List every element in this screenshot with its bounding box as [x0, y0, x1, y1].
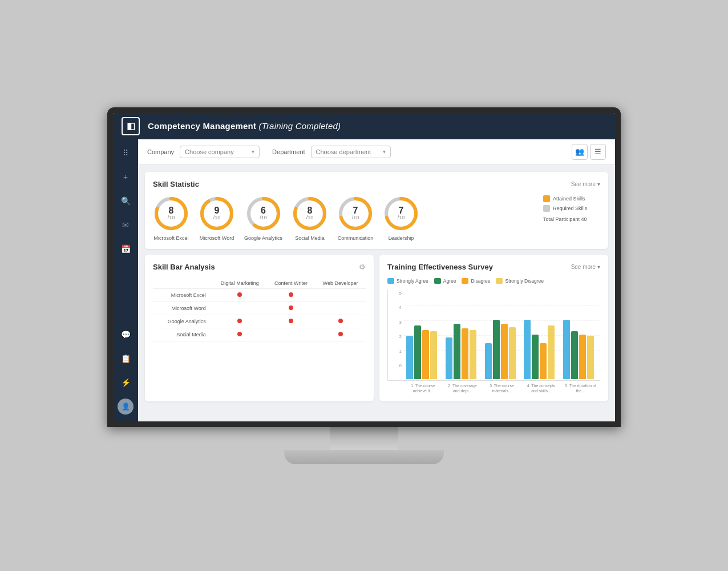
attained-legend-item: Attained Skills: [543, 195, 600, 202]
chart-legend-item: Disagree: [462, 278, 490, 284]
skill-item: 7 /10 Communication: [337, 195, 374, 241]
dashboard: Skill Statistic See more ▾: [138, 165, 615, 421]
skill-dot: [237, 319, 242, 323]
bar-group: [443, 324, 483, 379]
company-label: Company: [147, 148, 174, 155]
skill-item: 8 /10 Social Media: [292, 195, 328, 241]
skill-bar-title: Skill Bar Analysis: [153, 263, 215, 271]
content-area: Company Choose company ▾ Department Choo…: [138, 139, 615, 421]
bar: [571, 331, 578, 379]
bar: [587, 336, 594, 379]
skill-row-label: Microsoft Word: [153, 301, 213, 315]
skill-table: Digital MarketingContent WriterWeb Devel…: [153, 278, 366, 341]
donut-value: 7 /10: [352, 206, 359, 221]
total-participants: Total Participant 40: [543, 216, 600, 222]
skill-dot-cell: [315, 301, 366, 315]
chart-legend-item: Strongly Disagree: [496, 278, 544, 284]
y-axis: 543210: [388, 289, 404, 369]
legend-color-swatch: [387, 278, 394, 284]
bar: [563, 320, 570, 379]
skill-row-label: Google Analytics: [153, 315, 213, 328]
top-bar: ◧ Competency Management (Training Comple…: [113, 113, 615, 139]
y-tick: 1: [399, 349, 402, 354]
donut-chart: 8 /10: [153, 195, 189, 232]
bar-group: [404, 325, 443, 379]
monitor-screen: ◧ Competency Management (Training Comple…: [107, 107, 621, 427]
skill-dot-cell: [213, 301, 267, 315]
donut-value: 6 /10: [260, 206, 267, 221]
bar: [422, 330, 429, 379]
table-column-header: Content Writer: [267, 278, 315, 289]
bar: [430, 331, 437, 379]
skill-label: Communication: [338, 235, 374, 241]
donut-chart: 8 /10: [292, 195, 328, 232]
company-select[interactable]: Choose company ▾: [180, 146, 260, 158]
skill-dot: [289, 305, 293, 310]
legend-label: Agree: [443, 278, 456, 284]
chart-area: 543210 1. The course achieve it...2. The…: [387, 289, 600, 393]
bar: [462, 328, 468, 379]
gear-icon[interactable]: ⚙: [359, 263, 366, 271]
sidebar-bottom: 💬 📋 ⚡ 👤: [118, 327, 134, 421]
skill-item: 8 /10 Microsoft Excel: [153, 195, 189, 241]
icon-buttons: 👥 ☰: [572, 144, 606, 160]
department-arrow-icon: ▾: [383, 148, 386, 155]
chart-legend: Strongly Agree Agree Disagree Strongly D…: [387, 278, 600, 284]
survey-see-more-arrow-icon: ▾: [597, 264, 600, 270]
bar: [524, 320, 531, 379]
bar-group: [521, 320, 561, 379]
chart-legend-item: Agree: [434, 278, 456, 284]
app-title: Competency Management (Training Complete…: [148, 121, 341, 131]
skill-stats-row: 8 /10 Microsoft Excel 9 /10 Microsoft Wo…: [153, 195, 600, 241]
mail-icon[interactable]: ✉: [118, 217, 134, 233]
department-placeholder: Choose department: [316, 148, 371, 155]
bottom-row: Skill Bar Analysis ⚙ Digital MarketingCo…: [145, 255, 608, 401]
required-legend-label: Required Skills: [553, 206, 587, 211]
sidebar: ⠿ + 🔍 ✉ 📅 💬 📋 ⚡ 👤: [113, 139, 138, 421]
search-icon[interactable]: 🔍: [118, 193, 134, 209]
x-axis-label: 3. The course materials...: [482, 381, 521, 393]
bar-group: [561, 320, 600, 379]
legend-color-swatch: [496, 278, 503, 284]
calendar-icon[interactable]: 📅: [118, 241, 134, 257]
donut-chart: 9 /10: [199, 195, 235, 232]
department-label: Department: [272, 148, 305, 155]
bar: [406, 336, 413, 379]
table-row: Social Media: [153, 328, 366, 341]
skill-dot-cell: [267, 301, 315, 315]
monitor-stand-neck: [330, 427, 398, 450]
skill-dot-cell: [315, 328, 366, 341]
user-avatar[interactable]: 👤: [118, 399, 134, 415]
grid-view-button[interactable]: 👥: [572, 144, 588, 160]
attained-legend-dot: [543, 195, 550, 202]
training-survey-see-more[interactable]: See more ▾: [571, 264, 600, 270]
skill-statistic-header: Skill Statistic See more ▾: [153, 180, 600, 188]
required-legend-dot: [543, 205, 550, 212]
table-column-header: Web Developer: [315, 278, 366, 289]
grid-icon[interactable]: ⠿: [118, 145, 134, 161]
skill-dot-cell: [315, 288, 366, 301]
legend-label: Strongly Agree: [397, 278, 428, 284]
skill-dot-cell: [213, 288, 267, 301]
bar: [470, 330, 476, 379]
y-tick: 3: [399, 320, 402, 325]
bar: [454, 324, 460, 379]
donut-value: 8 /10: [168, 206, 175, 221]
legend-label: Strongly Disagree: [505, 278, 544, 284]
plus-icon[interactable]: +: [118, 169, 134, 185]
app-container: ◧ Competency Management (Training Comple…: [113, 113, 615, 421]
skill-statistic-see-more[interactable]: See more ▾: [571, 181, 600, 187]
lightning-icon[interactable]: ⚡: [118, 375, 134, 391]
x-axis-label: 2. The coverage and dept...: [443, 381, 482, 393]
filter-bar: Company Choose company ▾ Department Choo…: [138, 139, 615, 165]
bar: [501, 324, 508, 379]
company-placeholder: Choose company: [185, 148, 234, 155]
skill-dot: [237, 292, 242, 297]
x-axis-label: 1. The course achieve it...: [403, 381, 443, 393]
report-icon[interactable]: 📋: [118, 351, 134, 367]
training-survey-title: Training Effectiveness Survey: [387, 263, 493, 271]
list-view-button[interactable]: ☰: [590, 144, 606, 160]
skill-items: 8 /10 Microsoft Excel 9 /10 Microsoft Wo…: [153, 195, 539, 241]
department-select[interactable]: Choose department ▾: [311, 146, 391, 158]
chat-icon[interactable]: 💬: [118, 327, 134, 343]
